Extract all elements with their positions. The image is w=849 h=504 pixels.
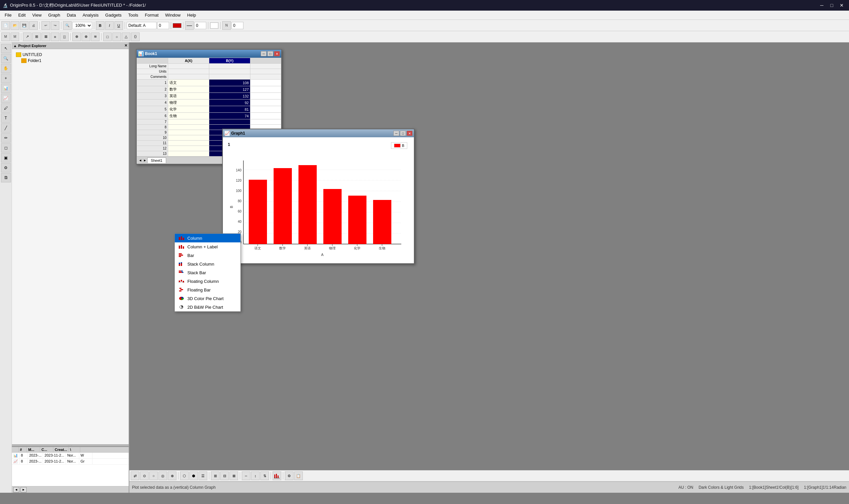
cell-a-8[interactable] — [168, 125, 209, 130]
pen-size-input[interactable] — [194, 22, 206, 29]
meta-b-comments[interactable] — [209, 74, 250, 79]
graph1-minimize[interactable]: ─ — [393, 131, 399, 136]
tool-line[interactable]: ╱ — [1, 123, 11, 133]
btb-6[interactable]: ⬡ — [180, 471, 189, 480]
ctx-stack-column[interactable]: Stack Column — [175, 259, 240, 268]
tree-untitled[interactable]: UNTITLED — [15, 52, 126, 58]
menu-format[interactable]: Format — [142, 12, 162, 19]
btb-11[interactable]: ⊠ — [230, 471, 238, 480]
tool-graph-types[interactable]: 📊 — [1, 84, 11, 93]
menu-edit[interactable]: Edit — [15, 12, 29, 19]
graph1-close[interactable]: ✕ — [407, 131, 413, 136]
tool-zoom[interactable]: 🔍 — [1, 54, 11, 63]
tb2-tools5[interactable]: ⌹ — [60, 33, 69, 41]
book1-minimize[interactable]: ─ — [261, 51, 267, 56]
col-h-c[interactable]: C... — [40, 447, 53, 452]
tb-zoom-in[interactable]: 🔍 — [63, 21, 72, 30]
tool-text[interactable]: T — [1, 113, 11, 123]
col-h-creat[interactable]: Creat... — [53, 447, 69, 452]
cell-a-5[interactable]: 化学 — [168, 106, 209, 113]
tree-folder1[interactable]: Folder1 — [20, 58, 126, 64]
bar-yingyu[interactable] — [299, 165, 317, 244]
nav-right[interactable]: ► — [21, 487, 26, 492]
zoom-selector[interactable]: 100% — [72, 22, 92, 29]
tool-eraser[interactable]: ◻ — [1, 143, 11, 152]
tb2-tools11[interactable]: △ — [122, 33, 130, 41]
tb-redo[interactable]: ↪ — [51, 21, 59, 30]
tool-extra1[interactable]: ⚙ — [1, 163, 11, 173]
btb-5[interactable]: ⊕ — [168, 471, 177, 480]
btb-1[interactable]: ⇄ — [131, 471, 139, 480]
col-h-norm[interactable]: \ — [69, 447, 80, 452]
book1-titlebar[interactable]: 📊 Book1 ─ □ ✕ — [137, 50, 281, 58]
tb-extra1[interactable]: N — [222, 21, 231, 30]
cell-a-11[interactable] — [168, 141, 209, 146]
file-row-1[interactable]: 📊 8 2023-... 2023-11-2... Nor... W — [12, 453, 129, 458]
cell-a-12[interactable] — [168, 146, 209, 151]
bar-huaxue[interactable] — [348, 196, 366, 244]
tool-pointer[interactable]: 🖊 — [1, 104, 11, 113]
menu-window[interactable]: Window — [162, 12, 184, 19]
explorer-close[interactable]: ✕ — [124, 43, 127, 48]
col-h-m[interactable]: M... — [27, 447, 40, 452]
tb2-tools4[interactable]: ≡ — [51, 33, 59, 41]
tb2-tools9[interactable]: □ — [103, 33, 112, 41]
book1-maximize[interactable]: □ — [267, 51, 273, 56]
btb-16[interactable]: 📋 — [294, 471, 303, 480]
btb-3[interactable]: ○ — [149, 471, 158, 480]
ctx-floating-column[interactable]: Floating Column — [175, 277, 240, 286]
tb2-m2[interactable]: M — [11, 33, 19, 41]
meta-a-comments[interactable] — [168, 74, 209, 79]
btb-10[interactable]: ⊟ — [220, 471, 229, 480]
meta-b-longname[interactable] — [209, 64, 250, 69]
ctx-bar[interactable]: Bar — [175, 251, 240, 259]
cell-a-4[interactable]: 物理 — [168, 100, 209, 106]
meta-a-longname[interactable] — [168, 64, 209, 69]
graph1-maximize[interactable]: □ — [400, 131, 406, 136]
tb2-tools10[interactable]: ○ — [112, 33, 121, 41]
btb-15[interactable]: ⚙ — [285, 471, 293, 480]
font-name-input[interactable] — [127, 22, 157, 29]
cell-a-7[interactable] — [168, 119, 209, 125]
tb-i[interactable]: I — [105, 21, 114, 30]
cell-a-10[interactable] — [168, 135, 209, 141]
btb-4[interactable]: ◎ — [159, 471, 167, 480]
ctx-floating-bar[interactable]: Floating Bar — [175, 286, 240, 294]
tb2-m1[interactable]: M — [1, 33, 10, 41]
tb2-tools3[interactable]: ⊠ — [41, 33, 50, 41]
cell-b-1[interactable]: 108 — [209, 79, 250, 86]
tb-undo[interactable]: ↩ — [41, 21, 50, 30]
cell-b-2[interactable]: 127 — [209, 86, 250, 93]
tool-pan[interactable]: ✋ — [1, 64, 11, 73]
tb-color[interactable] — [173, 23, 181, 28]
tool-add[interactable]: + — [1, 74, 11, 83]
cell-b-6[interactable]: 74 — [209, 113, 250, 119]
tb-b[interactable]: B — [96, 21, 105, 30]
menu-view[interactable]: View — [29, 12, 45, 19]
cell-a-9[interactable] — [168, 130, 209, 135]
cell-a-1[interactable]: 语文 — [168, 79, 209, 86]
bar-yuwen[interactable] — [249, 180, 267, 244]
close-button[interactable]: ✕ — [837, 2, 846, 9]
sheet-tab-1[interactable]: Sheet1 — [147, 158, 166, 163]
meta-b-units[interactable] — [209, 69, 250, 74]
meta-a-units[interactable] — [168, 69, 209, 74]
btb-8[interactable]: ☰ — [199, 471, 207, 480]
ctx-column-label[interactable]: 1 Column + Label — [175, 242, 240, 251]
bar-shengwu[interactable] — [373, 200, 391, 244]
tool-select[interactable]: ↖ — [1, 44, 11, 53]
nav-left[interactable]: ◄ — [13, 487, 19, 492]
ctx-column[interactable]: Column — [175, 234, 240, 242]
tool-brush[interactable]: ✏ — [1, 133, 11, 143]
book1-close[interactable]: ✕ — [274, 51, 280, 56]
menu-tools[interactable]: Tools — [125, 12, 142, 19]
ctx-3d-pie[interactable]: 3D Color Pie Chart — [175, 294, 240, 303]
col-b-header[interactable]: B(Y) — [209, 58, 250, 64]
tool-stats[interactable]: 📈 — [1, 93, 11, 103]
btb-13[interactable]: ↕ — [251, 471, 260, 480]
cell-a-3[interactable]: 英语 — [168, 93, 209, 100]
tool-fill[interactable]: ▣ — [1, 153, 11, 162]
file-row-2[interactable]: 📈 8 2023-... 2023-11-2... Nor... Gr — [12, 458, 129, 465]
tb2-tools2[interactable]: ⊞ — [32, 33, 41, 41]
btb-9[interactable]: ⊞ — [211, 471, 219, 480]
